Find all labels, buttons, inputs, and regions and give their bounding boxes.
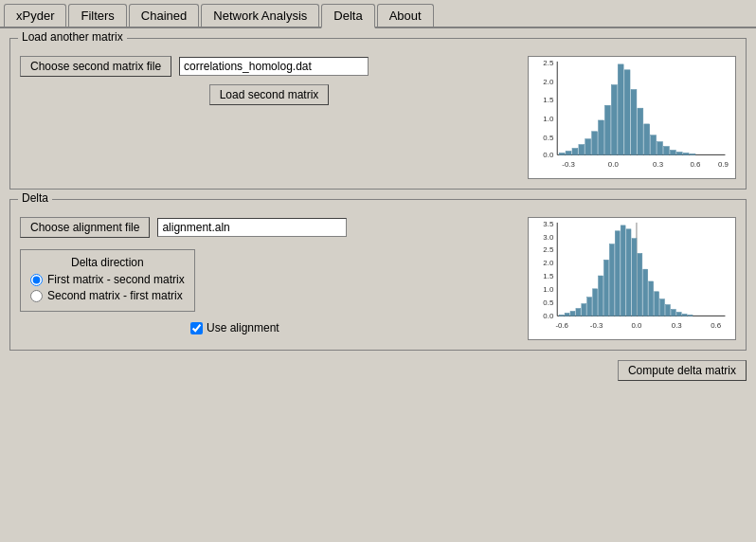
svg-rect-67 [643,269,648,316]
svg-text:1.5: 1.5 [543,96,554,104]
svg-rect-27 [644,124,650,154]
svg-rect-23 [618,64,623,155]
svg-rect-24 [624,70,630,155]
svg-text:0.0: 0.0 [608,160,620,169]
svg-rect-72 [671,309,675,316]
svg-rect-21 [604,105,610,154]
svg-rect-32 [676,152,682,154]
bottom-row: Compute delta matrix [9,360,747,381]
svg-rect-53 [565,313,569,316]
radio-first-second-label: First matrix - second matrix [47,273,185,286]
chart2-container: 3.5 3.0 2.5 2.0 1.5 1.0 0.5 0.0 -0.6 -0.… [528,217,736,340]
svg-rect-52 [559,315,564,316]
svg-text:0.5: 0.5 [543,134,554,142]
svg-rect-74 [682,314,687,316]
svg-rect-17 [579,145,585,155]
load-matrix-left: Choose second matrix file Load second ma… [20,56,518,113]
svg-text:0.6: 0.6 [690,160,701,169]
svg-rect-29 [657,142,663,155]
svg-rect-66 [638,253,642,316]
chart1-container: 2.5 2.0 1.5 1.0 0.5 0.0 -0.3 0.0 0.3 0.6… [528,56,736,179]
svg-rect-20 [599,120,604,154]
svg-rect-34 [690,154,695,154]
svg-text:1.5: 1.5 [543,272,554,280]
tab-filters[interactable]: Filters [68,4,126,27]
radio-second-first-label: Second matrix - first matrix [47,289,183,302]
radio-first-second-input[interactable] [30,274,43,286]
svg-text:-0.3: -0.3 [590,321,603,330]
svg-rect-75 [688,315,693,316]
svg-rect-70 [660,299,665,316]
delta-panel: Delta Choose alignment file Delta direct… [9,199,747,351]
svg-rect-65 [632,239,637,316]
alignment-file-input[interactable] [157,218,347,237]
svg-rect-59 [599,276,603,316]
svg-rect-18 [585,139,591,155]
radio-second-first-input[interactable] [30,290,43,302]
svg-text:0.3: 0.3 [653,160,664,169]
use-alignment-label: Use alignment [207,321,279,334]
tab-delta[interactable]: Delta [321,4,374,28]
svg-text:3.5: 3.5 [543,220,554,228]
svg-text:-0.3: -0.3 [562,160,575,169]
load-matrix-title: Load another matrix [18,30,127,44]
svg-rect-31 [670,150,675,154]
svg-text:1.0: 1.0 [543,115,554,123]
svg-text:3.0: 3.0 [543,233,554,242]
svg-rect-30 [663,147,669,155]
svg-rect-14 [559,153,565,154]
svg-rect-26 [638,108,643,154]
load-matrix-button[interactable]: Load second matrix [209,84,330,105]
choose-matrix-button[interactable]: Choose second matrix file [20,56,171,77]
svg-rect-15 [566,151,571,154]
delta-direction-box: Delta direction First matrix - second ma… [20,249,195,312]
delta-title: Delta [18,191,52,205]
choose-matrix-row: Choose second matrix file [20,56,518,77]
svg-text:1.0: 1.0 [543,285,554,294]
svg-rect-54 [570,311,575,316]
svg-text:0.6: 0.6 [711,321,722,330]
compute-delta-button[interactable]: Compute delta matrix [618,360,747,381]
svg-text:2.5: 2.5 [543,59,554,67]
svg-rect-16 [572,148,578,154]
svg-rect-73 [676,312,681,316]
svg-text:0.3: 0.3 [672,321,683,330]
tab-about[interactable]: About [377,4,434,27]
svg-rect-28 [651,136,657,155]
svg-rect-22 [611,85,617,155]
choose-alignment-row: Choose alignment file [20,217,518,238]
tab-bar: xPyder Filters Chained Network Analysis … [0,0,756,28]
svg-rect-55 [576,309,581,316]
svg-text:0.0: 0.0 [543,151,554,159]
radio-first-second: First matrix - second matrix [30,273,185,286]
matrix-file-input[interactable] [179,57,369,76]
delta-left: Choose alignment file Delta direction Fi… [20,217,518,334]
tab-network-analysis[interactable]: Network Analysis [201,4,319,27]
choose-alignment-button[interactable]: Choose alignment file [20,217,150,238]
svg-rect-57 [587,298,592,316]
svg-text:0.0: 0.0 [543,312,554,320]
tab-chained[interactable]: Chained [129,4,199,27]
svg-text:2.0: 2.0 [543,78,554,86]
svg-text:0.0: 0.0 [631,321,642,330]
svg-rect-33 [683,153,689,154]
svg-rect-63 [621,226,625,316]
delta-body: Choose alignment file Delta direction Fi… [20,217,736,340]
tab-xpyder[interactable]: xPyder [4,4,66,27]
svg-rect-19 [592,132,598,155]
svg-rect-71 [665,305,670,316]
svg-text:0.5: 0.5 [543,298,554,307]
direction-title: Delta direction [30,256,185,269]
main-content: Load another matrix Choose second matrix… [0,28,756,536]
svg-rect-58 [593,289,598,316]
svg-rect-60 [603,260,608,316]
load-matrix-body: Choose second matrix file Load second ma… [20,56,736,179]
use-alignment-checkbox[interactable] [190,322,203,334]
svg-text:2.5: 2.5 [543,245,554,254]
svg-text:-0.6: -0.6 [555,321,568,330]
histogram-chart-1: 2.5 2.0 1.5 1.0 0.5 0.0 -0.3 0.0 0.3 0.6… [528,56,736,179]
load-matrix-btn-row: Load second matrix [20,84,518,105]
svg-rect-64 [626,229,631,316]
svg-rect-68 [649,281,654,316]
svg-rect-61 [609,244,614,316]
